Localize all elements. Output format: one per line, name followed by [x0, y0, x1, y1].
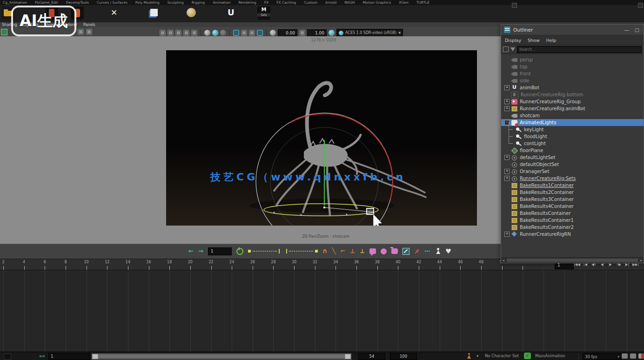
cube-icon[interactable] — [148, 7, 161, 20]
outliner-menu-item[interactable]: Help — [546, 38, 557, 43]
history-icon[interactable] — [78, 29, 84, 35]
linear-tangent-icon[interactable]: ╲ — [332, 247, 335, 255]
folder-flag-icon[interactable] — [391, 248, 398, 254]
shelf-tab[interactable]: Sculpting — [168, 0, 184, 5]
range-bar[interactable] — [98, 354, 345, 358]
auto-keyframe-icon[interactable] — [641, 353, 644, 359]
shelf-tab[interactable]: Cg_Animation — [3, 0, 27, 5]
character-set-caret[interactable]: ▾ — [476, 353, 478, 358]
outliner-item[interactable]: top — [501, 63, 644, 70]
outliner-item[interactable]: +OranagerSet — [501, 168, 644, 175]
maya-sets-icon[interactable]: M Sets — [257, 7, 270, 20]
outliner-item[interactable]: keyLight — [501, 126, 644, 133]
outliner-item[interactable]: BakeResults4Container — [501, 203, 644, 210]
animbot-u-icon[interactable] — [224, 7, 237, 20]
frame-field[interactable]: 1 — [208, 247, 232, 255]
outliner-horizontal-scrollbar[interactable]: ◂ ▸ — [501, 257, 644, 263]
render-viewport[interactable]: 技艺CG（www.qdnxxfb.cn — [166, 50, 477, 226]
character-set-label[interactable]: No Character Set — [485, 353, 519, 358]
scrollbar-handle[interactable] — [507, 259, 638, 262]
shelf-tab[interactable]: Rendering — [238, 0, 256, 5]
shelf-tab[interactable]: Motion Graphics — [362, 0, 391, 5]
power-toggle-icon[interactable] — [236, 248, 243, 255]
snap-to-grid-icon[interactable] — [233, 30, 239, 36]
anim-layer-check-icon[interactable]: ✓ — [524, 353, 531, 359]
sparkle-icon[interactable] — [108, 7, 121, 20]
timeline-track-area[interactable] — [0, 270, 644, 352]
outliner-item[interactable]: persp — [501, 56, 644, 63]
pose-library-icon[interactable] — [381, 248, 387, 254]
shelf-tab[interactable]: Rigging — [192, 0, 205, 5]
refresh-icon[interactable] — [270, 30, 276, 36]
shelf-tab[interactable]: FbGame_Edit — [35, 0, 58, 5]
scroll-left-icon[interactable]: ◂ — [501, 259, 506, 262]
outliner-menu-item[interactable]: Show — [528, 38, 540, 43]
outliner-item[interactable]: +RunnerCreatureRigRN — [501, 231, 644, 238]
expand-toggle[interactable]: + — [504, 176, 510, 181]
layout-single-pane-icon[interactable] — [160, 30, 166, 36]
expand-toggle[interactable]: + — [504, 85, 510, 90]
outliner-item[interactable]: +animBot — [501, 84, 644, 91]
target-icon[interactable] — [329, 30, 335, 36]
outliner-item[interactable]: front — [501, 70, 644, 77]
globe-icon[interactable] — [185, 7, 198, 20]
outliner-item[interactable]: defaultObjectSet — [501, 161, 644, 168]
shelf-tab[interactable]: Poly Modeling — [135, 0, 160, 5]
shelf-tab[interactable]: FX — [264, 0, 268, 5]
layout-three-pane-icon[interactable] — [175, 30, 181, 36]
outliner-item[interactable]: +RunnerCreatureRig:Sets — [501, 175, 644, 182]
outliner-item[interactable]: +RunnerCreatureRig:animBot — [501, 105, 644, 112]
expand-toggle[interactable]: + — [504, 232, 510, 237]
outliner-item[interactable]: +RunnerCreatureRig_Group — [501, 98, 644, 105]
select-tool-icon[interactable] — [257, 30, 263, 36]
outliner-item[interactable]: shotcam — [501, 112, 644, 119]
maximize-button[interactable]: □ — [633, 27, 641, 33]
anchor-left-icon[interactable]: ⊥ — [350, 248, 355, 254]
expand-toggle[interactable]: + — [504, 169, 510, 174]
chat-bubble-icon[interactable] — [369, 248, 376, 254]
shelf-tab[interactable]: Curves / Surfaces — [97, 0, 127, 5]
search-input[interactable] — [517, 46, 642, 53]
timeline-bookmark-icon[interactable]: «» — [39, 353, 45, 359]
anchor-right-icon[interactable]: ⊥ — [360, 248, 365, 254]
expand-toggle[interactable]: + — [504, 99, 510, 104]
outliner-item[interactable]: side — [501, 77, 644, 84]
outliner-item[interactable]: floodLight — [501, 133, 644, 140]
outliner-item[interactable]: BakeResultsContainer2 — [501, 224, 644, 231]
anim-end-field[interactable]: 100 — [390, 353, 417, 360]
titlebar-icon-left[interactable] — [512, 3, 517, 8]
scroll-right-icon[interactable]: ▸ — [639, 259, 644, 262]
outliner-item[interactable]: BakeResultsContainer1 — [501, 217, 644, 224]
value-field-b[interactable]: 1.00 — [307, 29, 327, 37]
anim-layer-label[interactable]: MassAnimation — [535, 353, 565, 358]
tool-wrench-icon[interactable] — [402, 248, 409, 255]
outliner-item[interactable]: +defaultLightSet — [501, 154, 644, 161]
anim-start-field[interactable]: 1 — [48, 353, 90, 360]
range-start-handle[interactable] — [92, 354, 98, 359]
fps-dropdown[interactable]: 30 fps ▾ — [583, 353, 622, 360]
ease-in-out-icon[interactable]: ∩ — [322, 247, 328, 255]
range-end-handle[interactable] — [345, 354, 351, 359]
shelf-tab[interactable]: DevelopTools — [66, 0, 89, 5]
expand-toggle[interactable]: + — [504, 155, 510, 160]
layout-hypergraph-icon[interactable] — [191, 30, 197, 36]
shelf-tab[interactable]: XGen — [399, 0, 408, 5]
character-set-icon[interactable] — [466, 353, 472, 359]
titlebar-icon-right[interactable] — [638, 3, 643, 8]
minimize-button[interactable]: — — [623, 27, 631, 33]
playback-end-field[interactable]: 54 — [358, 353, 385, 360]
list-icon[interactable] — [86, 29, 92, 35]
shelf-tab[interactable]: TURTLE — [416, 0, 429, 5]
outliner-item[interactable]: BakeResults3Container — [501, 196, 644, 203]
outliner-item[interactable]: BakeResults1Container — [501, 182, 644, 189]
timeline-option-box[interactable] — [4, 353, 11, 360]
paste-icon[interactable] — [249, 30, 255, 36]
expand-toggle[interactable]: + — [504, 106, 510, 111]
panel-menu-item[interactable]: Panels — [83, 23, 95, 27]
outliner-item[interactable]: contLight — [501, 140, 644, 147]
outliner-item[interactable]: BakeResultsContainer — [501, 210, 644, 217]
heart-icon[interactable]: ♥ — [445, 247, 451, 255]
shelf-tab[interactable]: MASH — [344, 0, 355, 5]
more-options-icon[interactable]: ⋯ — [424, 248, 430, 254]
filter-icon[interactable] — [510, 47, 515, 51]
